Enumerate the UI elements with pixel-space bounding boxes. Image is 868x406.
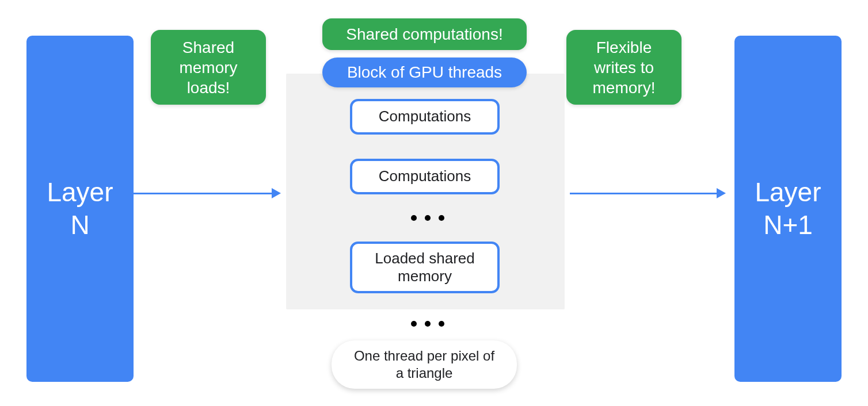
layer-n-label-line1: Layer <box>47 176 113 209</box>
caption-pill: One thread per pixel of a triangle <box>332 340 517 389</box>
computations-box-1: Computations <box>350 99 500 135</box>
badge-right-text: Flexible writes to memory! <box>578 37 670 98</box>
block-title-text: Block of GPU threads <box>347 63 502 82</box>
block-title-pill: Block of GPU threads <box>322 58 527 87</box>
computations-box-2: Computations <box>350 159 500 194</box>
layer-n-label-line2: N <box>70 209 89 242</box>
computations-box-2-text: Computations <box>379 167 471 185</box>
badge-shared-computations: Shared computations! <box>322 18 527 50</box>
layer-n-box: Layer N <box>26 36 134 382</box>
layer-n1-box: Layer N+1 <box>734 36 842 382</box>
caption-text: One thread per pixel of a triangle <box>351 347 497 382</box>
loaded-shared-memory-text: Loaded shared memory <box>361 250 488 285</box>
badge-left-text: Shared memory loads! <box>162 37 254 98</box>
loaded-shared-memory-box: Loaded shared memory <box>350 242 500 293</box>
badge-top-text: Shared computations! <box>346 24 502 44</box>
layer-n1-label-line2: N+1 <box>763 209 813 242</box>
badge-shared-memory-loads: Shared memory loads! <box>151 30 266 105</box>
computations-box-1-text: Computations <box>379 108 471 125</box>
ellipsis-outer <box>411 321 444 327</box>
layer-n1-label-line1: Layer <box>755 176 821 209</box>
badge-flexible-writes: Flexible writes to memory! <box>566 30 682 105</box>
ellipsis-inner <box>411 215 444 221</box>
